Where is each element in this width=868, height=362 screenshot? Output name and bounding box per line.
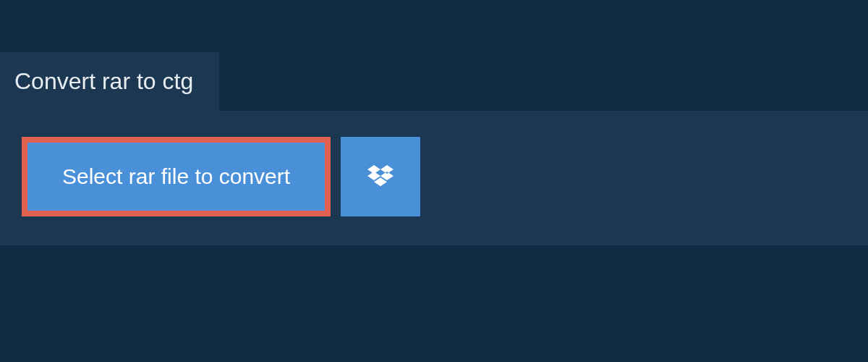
select-file-label: Select rar file to convert [62,164,290,189]
select-file-button[interactable]: Select rar file to convert [22,137,331,216]
conversion-panel: Select rar file to convert [0,111,868,245]
dropbox-icon [367,163,393,191]
tab-convert[interactable]: Convert rar to ctg [0,52,219,111]
tab-bar: Convert rar to ctg [0,0,868,111]
tab-label: Convert rar to ctg [14,68,193,94]
dropbox-button[interactable] [341,137,420,216]
